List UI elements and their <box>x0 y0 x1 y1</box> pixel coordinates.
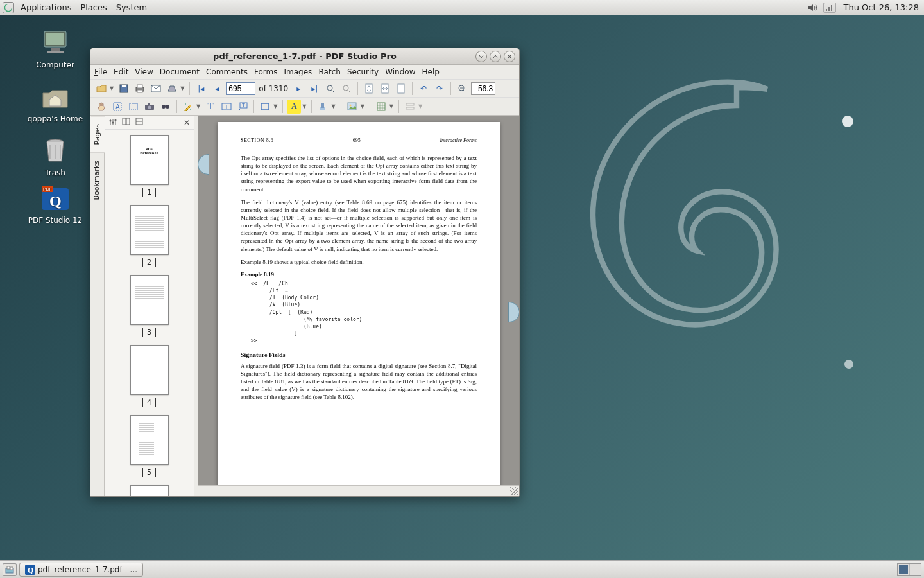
clock[interactable]: Thu Oct 26, 13:28 <box>841 1 921 13</box>
bookmarks-tab[interactable]: Bookmarks <box>90 152 104 207</box>
open-button[interactable] <box>94 82 108 96</box>
save-button[interactable] <box>117 82 131 96</box>
markup-dropdown[interactable]: ▼ <box>302 103 306 109</box>
prev-page-button[interactable]: ◂ <box>210 82 224 96</box>
menu-window[interactable]: Window <box>385 67 415 76</box>
minimize-button[interactable] <box>475 51 487 62</box>
pages-tab[interactable]: Pages <box>90 116 105 152</box>
resize-grip[interactable] <box>510 487 518 495</box>
rotate-ccw-button[interactable]: ↶ <box>416 82 431 96</box>
form-button[interactable] <box>403 100 417 114</box>
window-title: pdf_reference_1-7.pdf - PDF Studio Pro <box>213 51 397 61</box>
zoom-out-button[interactable] <box>455 82 469 96</box>
highlight-button[interactable]: A <box>287 100 301 114</box>
main-menu-icon[interactable] <box>3 2 14 13</box>
thumb-options-icon[interactable] <box>108 118 117 128</box>
print-button[interactable] <box>133 82 147 96</box>
applications-menu[interactable]: Applications <box>18 1 74 13</box>
document-view[interactable]: SECTION 8.6 695 Interactive Forms The Op… <box>198 116 519 496</box>
menu-file[interactable]: File <box>94 67 107 76</box>
menu-edit[interactable]: Edit <box>114 67 128 76</box>
svg-rect-13 <box>122 85 126 87</box>
thumbnail-5[interactable]: 5 <box>105 415 194 477</box>
menu-comments[interactable]: Comments <box>206 67 248 76</box>
edit-dropdown[interactable]: ▼ <box>196 103 200 109</box>
menu-view[interactable]: View <box>135 67 153 76</box>
measure-dropdown[interactable]: ▼ <box>389 103 393 109</box>
edit-content-button[interactable] <box>181 100 195 114</box>
svg-rect-5 <box>51 48 60 51</box>
close-button[interactable]: ✕ <box>504 51 515 62</box>
snapshot-button[interactable] <box>126 100 141 114</box>
image-button[interactable] <box>345 100 359 114</box>
measure-button[interactable] <box>374 100 388 114</box>
rotate-cw-button[interactable]: ↷ <box>432 82 447 96</box>
menu-security[interactable]: Security <box>347 67 379 76</box>
zoom-input[interactable] <box>471 82 495 95</box>
close-panel-button[interactable]: ✕ <box>184 118 190 127</box>
taskbar-pdfstudio[interactable]: Q pdf_reference_1-7.pdf - ... <box>19 563 143 577</box>
volume-icon[interactable] <box>808 3 818 12</box>
menu-help[interactable]: Help <box>422 67 439 76</box>
thumbnail-3[interactable]: 3 <box>105 275 194 337</box>
image-dropdown[interactable]: ▼ <box>361 103 364 109</box>
next-page-button[interactable]: ▸ <box>291 82 305 96</box>
desktop-icon-pdfstudio[interactable]: PDFQ PDF Studio 12 <box>22 184 89 225</box>
network-icon[interactable] <box>823 3 836 13</box>
last-page-button[interactable]: ▸| <box>307 82 321 96</box>
show-desktop-button[interactable] <box>3 563 17 576</box>
page-number-input[interactable] <box>226 82 255 95</box>
workspace-switcher[interactable] <box>897 563 921 576</box>
thumbnails-list[interactable]: PDF Reference 1 2 3 4 5 <box>105 130 194 496</box>
text-annotation-button[interactable]: T <box>203 100 218 114</box>
thumb-expand-icon[interactable] <box>122 118 130 127</box>
desktop-icon-home[interactable]: qoppa's Home <box>22 82 89 123</box>
camera-button[interactable] <box>142 100 157 114</box>
thumbnail-4[interactable]: 4 <box>105 345 194 407</box>
prev-view-button[interactable] <box>323 82 338 96</box>
thumb-collapse-icon[interactable] <box>135 118 143 127</box>
stamp-button[interactable] <box>316 100 330 114</box>
scan-button[interactable] <box>165 82 179 96</box>
rectangle-button[interactable] <box>258 100 272 114</box>
svg-rect-50 <box>126 118 130 125</box>
desktop-icon-computer[interactable]: Computer <box>22 28 89 69</box>
shapes-dropdown[interactable]: ▼ <box>273 103 277 109</box>
svg-rect-1 <box>828 7 830 11</box>
menu-batch[interactable]: Batch <box>318 67 341 76</box>
open-dropdown[interactable]: ▼ <box>110 85 114 91</box>
menu-forms[interactable]: Forms <box>254 67 277 76</box>
thumbnail-1[interactable]: PDF Reference 1 <box>105 135 194 197</box>
thumbnail-6[interactable] <box>105 485 194 496</box>
select-text-button[interactable]: A <box>110 100 124 114</box>
first-page-button[interactable]: |◂ <box>194 82 208 96</box>
scan-dropdown[interactable]: ▼ <box>180 85 184 91</box>
desktop-icon-trash[interactable]: Trash <box>22 136 89 177</box>
maximize-button[interactable] <box>490 51 501 62</box>
svg-rect-40 <box>321 103 324 108</box>
system-menu[interactable]: System <box>114 1 150 13</box>
fit-width-button[interactable] <box>378 82 392 96</box>
hand-tool-button[interactable] <box>94 100 108 114</box>
system-top-panel: Applications Places System Thu Oct 26, 1… <box>0 0 924 15</box>
textbox-button[interactable]: T <box>219 100 234 114</box>
thumb-number: 3 <box>142 328 156 337</box>
fit-height-button[interactable] <box>394 82 408 96</box>
thumb-number: 2 <box>142 258 156 267</box>
thumb-number: 4 <box>142 398 156 407</box>
menu-images[interactable]: Images <box>284 67 312 76</box>
svg-rect-54 <box>10 567 13 570</box>
menu-document[interactable]: Document <box>160 67 200 76</box>
places-menu[interactable]: Places <box>78 1 109 13</box>
find-button[interactable] <box>158 100 173 114</box>
window-titlebar[interactable]: pdf_reference_1-7.pdf - PDF Studio Pro ✕ <box>90 48 519 65</box>
fit-page-button[interactable] <box>362 82 376 96</box>
thumbnail-2[interactable]: 2 <box>105 205 194 267</box>
actual-size-button[interactable] <box>339 82 354 96</box>
svg-point-30 <box>162 105 166 109</box>
stamp-dropdown[interactable]: ▼ <box>331 103 335 109</box>
callout-button[interactable]: T <box>235 100 250 114</box>
task-label: pdf_reference_1-7.pdf - ... <box>38 565 137 574</box>
email-button[interactable] <box>149 82 163 96</box>
form-dropdown[interactable]: ▼ <box>418 103 422 109</box>
